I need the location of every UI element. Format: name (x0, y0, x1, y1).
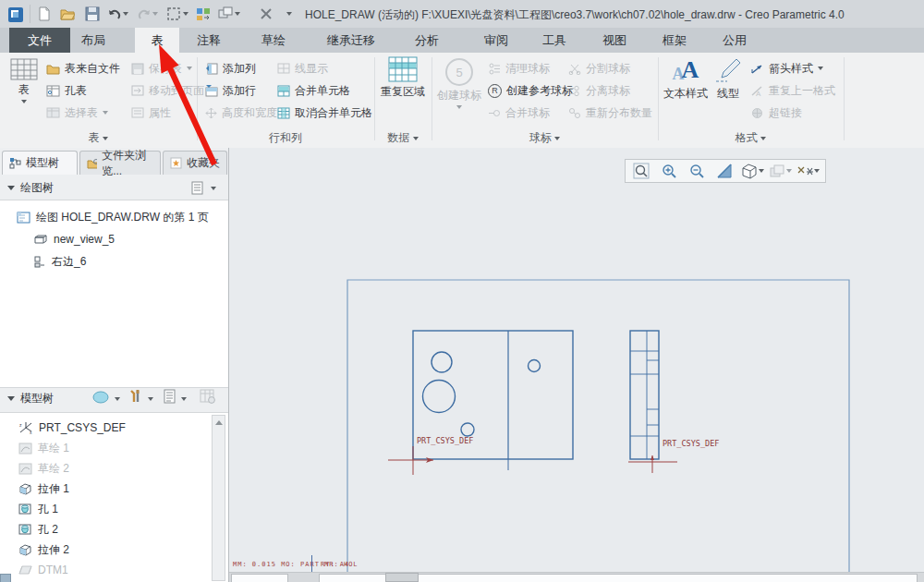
sheet-border (347, 280, 849, 577)
tree-settings-icon[interactable] (190, 181, 204, 195)
format-group-label[interactable]: 格式 (658, 130, 844, 146)
tab-model-tree[interactable]: 模型树 (2, 151, 78, 175)
add-column-icon (205, 63, 218, 75)
separator (30, 5, 30, 23)
move-to-page-button: 移动到页面 (131, 81, 204, 100)
csys-label-front[interactable]: PRT_CSYS_DEF (417, 436, 473, 445)
tab-tools[interactable]: 工具 (533, 28, 576, 53)
folder-icon (46, 63, 60, 75)
table-big-button[interactable]: 表 (6, 58, 43, 103)
extrude-icon (18, 482, 32, 495)
tree-item-extrude1[interactable]: 拉伸 1 (18, 479, 69, 498)
side-view[interactable] (630, 331, 659, 459)
model-tree-scrollbar[interactable] (212, 415, 225, 581)
collapse-icon[interactable] (7, 186, 15, 190)
line-style-button[interactable]: 线型 (711, 56, 745, 102)
new-file-icon[interactable] (37, 6, 52, 21)
add-row-button[interactable]: 添加行 (205, 81, 256, 100)
scroll-up-button[interactable] (213, 416, 225, 429)
repeat-region-icon (387, 56, 419, 82)
text-style-icon: AA (673, 56, 699, 84)
display-style-icon[interactable] (740, 161, 764, 181)
zoom-fit-icon[interactable] (629, 161, 653, 181)
tree-item-hole1[interactable]: 孔 1 (18, 500, 58, 518)
text-style-button[interactable]: AA 文本样式 (662, 56, 710, 102)
repaint-icon[interactable] (712, 161, 736, 181)
windows-caret[interactable] (235, 12, 240, 16)
redo-dropdown-caret[interactable] (152, 12, 158, 16)
tree-item-hole2[interactable]: 孔 2 (18, 520, 58, 539)
rowcol-group-label[interactable]: 行和列 (197, 130, 374, 146)
zoom-out-icon[interactable] (685, 161, 709, 181)
app-icon[interactable] (7, 6, 24, 23)
save-icon[interactable] (85, 6, 100, 21)
windows-icon[interactable] (218, 6, 233, 21)
resize-grip[interactable] (0, 574, 11, 582)
csys-label-side[interactable]: PRT_CSYS_DEF (663, 439, 719, 448)
collapse-icon[interactable] (7, 396, 15, 401)
tree-item-datum[interactable]: DTM1 (18, 561, 68, 579)
tab-frame[interactable]: 框架 (653, 28, 696, 53)
sketch-icon (18, 463, 32, 475)
open-file-icon[interactable] (60, 6, 75, 21)
tab-view[interactable]: 视图 (593, 28, 636, 53)
repeat-last-format-icon: A (750, 85, 764, 97)
tab-common[interactable]: 公用 (713, 28, 756, 53)
filter-icon[interactable] (92, 390, 111, 405)
tab-review[interactable]: 审阅 (475, 28, 517, 53)
tree-settings-caret[interactable] (211, 187, 216, 190)
tab-folder-browser[interactable]: 文件夹浏览... (79, 151, 161, 175)
select-region-icon[interactable] (166, 6, 181, 21)
tab-annotate[interactable]: 注释 (188, 28, 230, 53)
redo-icon[interactable] (137, 6, 152, 21)
status-button[interactable] (385, 573, 419, 582)
data-group-label[interactable]: 数据 (374, 130, 432, 146)
regenerate-icon[interactable] (196, 6, 211, 21)
balloon-group-label[interactable]: 球标 (432, 130, 658, 146)
table-group-label[interactable]: 表 (0, 130, 197, 146)
undo-icon[interactable] (107, 6, 122, 21)
table-properties-button: 属性 (131, 103, 171, 122)
hole-table-button[interactable]: 孔表 (46, 81, 87, 100)
window-title: HOLE_DRAW (活动的) F:\XUEXI\光盘资料\工程图\creo3.… (305, 7, 845, 23)
datum-display-icon[interactable] (796, 161, 820, 181)
tree-item-sketch2[interactable]: 草绘 2 (18, 459, 69, 478)
repeat-region-button[interactable]: 重复区域 (375, 56, 431, 100)
table-icon (10, 58, 38, 80)
zoom-in-icon[interactable] (657, 161, 681, 181)
drawing-page-item[interactable]: 绘图 HOLE_DRAW.DRW 的第 1 页 (17, 208, 209, 226)
quick-access-caret[interactable] (286, 12, 292, 16)
tab-analysis[interactable]: 分析 (406, 28, 448, 53)
arrow-style-button[interactable]: 箭头样式 (750, 59, 823, 78)
drawing-view-item[interactable]: 右边_6 (33, 252, 86, 271)
add-column-button[interactable]: 添加列 (205, 59, 256, 78)
drawing-view-item[interactable]: new_view_5 (33, 230, 115, 249)
tools-icon[interactable] (128, 389, 142, 406)
close-window-icon[interactable] (259, 6, 274, 21)
tab-table[interactable]: 表 (135, 28, 179, 53)
balloon-5-icon: 5 (445, 58, 473, 86)
ref-balloon-icon: R (488, 84, 502, 98)
move-to-page-icon (131, 85, 144, 96)
table-caret (21, 100, 27, 103)
merge-cells-button[interactable]: 合并单元格 (277, 81, 350, 100)
front-view[interactable] (413, 331, 573, 470)
select-region-caret[interactable] (183, 12, 188, 16)
sketch-icon (18, 443, 32, 455)
create-ref-balloon-button[interactable]: R 创建参考球标 (488, 81, 573, 100)
tree-list-icon[interactable] (163, 389, 176, 405)
unmerge-cells-icon (277, 107, 290, 119)
tab-sketch[interactable]: 草绘 (252, 28, 295, 53)
unmerge-cells-button[interactable]: 取消合并单元格 (277, 103, 372, 122)
tab-inherit-migrate[interactable]: 继承迁移 (309, 28, 394, 53)
tab-favorites[interactable]: 收藏夹 (163, 151, 227, 175)
undo-dropdown-caret[interactable] (123, 12, 128, 16)
table-from-file-button[interactable]: 表来自文件 (46, 59, 120, 78)
tree-item-csys[interactable]: zx PRT_CSYS_DEF (18, 418, 126, 437)
tree-item-extrude2[interactable]: 拉伸 2 (18, 540, 69, 559)
tree-item-sketch1[interactable]: 草绘 1 (18, 439, 69, 457)
drawing-tree-list: 绘图 HOLE_DRAW.DRW 的第 1 页 new_view_5 右边_6 (0, 200, 228, 388)
tab-layout[interactable]: 布局 (72, 28, 115, 53)
tab-file[interactable]: 文件 (9, 28, 70, 53)
drawing-canvas[interactable]: PRT_CSYS_DEF PRT_CSYS_DEF (229, 148, 924, 582)
